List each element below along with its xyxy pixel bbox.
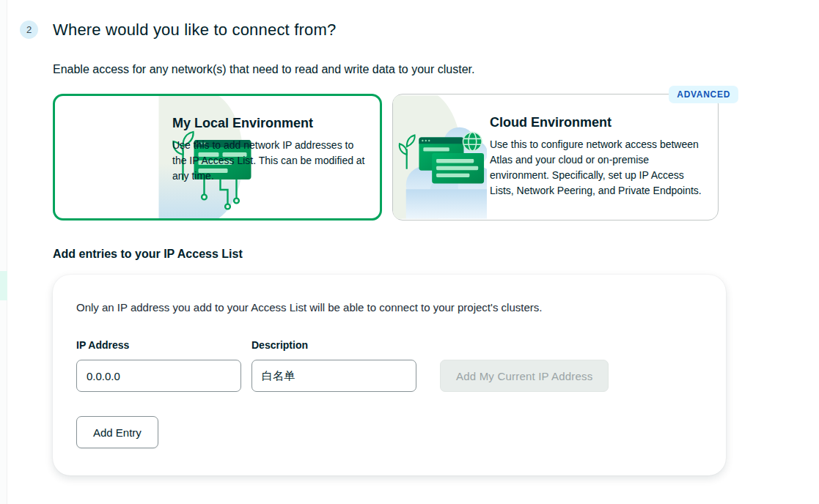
ip-access-form-card: Only an IP address you add to your Acces…	[53, 275, 726, 475]
description-input[interactable]	[251, 360, 416, 392]
terminal-cloud-globe-plant-icon	[393, 94, 487, 220]
environment-options: My Local Environment Use this to add net…	[53, 94, 819, 220]
page-subtitle: Enable access for any network(s) that ne…	[53, 62, 819, 77]
card-body: Cloud Environment Use this to configure …	[487, 94, 718, 220]
card-cloud-environment[interactable]: ADVANCED	[392, 94, 719, 220]
card-title: My Local Environment	[172, 115, 367, 131]
globe-icon	[463, 133, 482, 152]
access-list-note: Only an IP address you add to your Acces…	[76, 300, 702, 315]
ip-address-label: IP Address	[76, 339, 241, 352]
advanced-badge: ADVANCED	[669, 86, 738, 103]
ip-address-field-group: IP Address	[76, 339, 241, 392]
description-field-group: Description	[251, 339, 416, 392]
step-number-badge: 2	[20, 21, 38, 39]
card-title: Cloud Environment	[490, 114, 705, 130]
ip-address-input[interactable]	[76, 360, 241, 392]
ip-access-list-heading: Add entries to your IP Access List	[53, 247, 819, 262]
cloud-environment-illustration	[393, 94, 487, 220]
page-title: Where would you like to connect from?	[53, 21, 819, 39]
card-description: Use this to configure network access bet…	[490, 137, 705, 199]
add-current-ip-button[interactable]: Add My Current IP Address	[440, 360, 609, 392]
card-my-local-environment[interactable]: My Local Environment Use this to add net…	[53, 94, 382, 220]
network-access-step: 2 Where would you like to connect from? …	[0, 0, 819, 504]
card-description: Use this to add network IP addresses to …	[172, 138, 367, 184]
description-label: Description	[251, 339, 416, 352]
add-entry-button[interactable]: Add Entry	[76, 416, 158, 448]
card-body: My Local Environment Use this to add net…	[166, 96, 380, 218]
access-list-fields: IP Address Description Add My Current IP…	[76, 339, 702, 392]
